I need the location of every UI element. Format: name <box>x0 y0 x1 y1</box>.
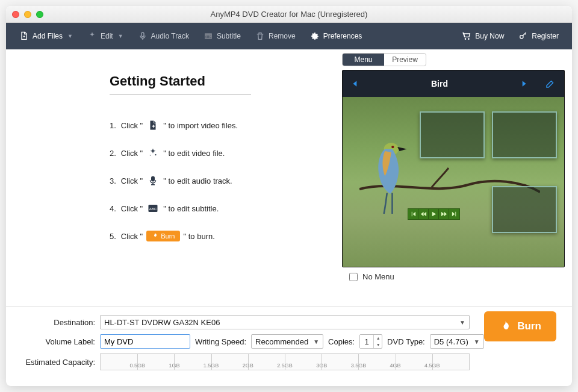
writing-speed-label: Writing Speed: <box>195 337 246 346</box>
audio-track-button[interactable]: Audio Track <box>132 28 195 45</box>
add-files-button[interactable]: Add Files ▼ <box>13 28 79 45</box>
destination-select[interactable]: HL-DT-ST DVDRW GA32N KE06 ▼ <box>100 315 470 329</box>
writing-speed-select[interactable]: Recommended ▼ <box>251 334 323 349</box>
add-files-label: Add Files <box>33 32 63 40</box>
subtitle-label: Subtitle <box>217 32 241 40</box>
buy-now-button[interactable]: Buy Now <box>456 28 510 45</box>
step-4: 4. Click " ABC " to edit subtitle. <box>110 194 335 222</box>
menu-header: Bird <box>343 70 564 97</box>
menu-thumbnail-1[interactable] <box>420 111 485 158</box>
svg-point-4 <box>155 154 157 155</box>
capacity-bar: 0.5GB1GB1.5GB2GB2.5GB3GB3.5GB4GB4.5GB <box>100 353 470 370</box>
subtitle-icon: ABC <box>146 202 160 214</box>
getting-started-title: Getting Started <box>110 73 335 89</box>
capacity-tick-label: 3GB <box>316 362 327 369</box>
titlebar: AnyMP4 DVD Creator for Mac (Unregistered… <box>6 6 572 23</box>
preview-play-controls <box>408 208 460 220</box>
register-button[interactable]: Register <box>512 28 565 45</box>
preferences-button[interactable]: Preferences <box>304 28 368 45</box>
no-menu-checkbox[interactable] <box>349 273 358 281</box>
capacity-tick-label: 3.5GB <box>351 362 367 369</box>
subtitle-button[interactable]: ABC Subtitle <box>197 28 247 45</box>
estimated-capacity-label: Estimated Capacity: <box>18 358 95 367</box>
no-menu-checkbox-row[interactable]: No Menu <box>342 272 565 281</box>
svg-point-9 <box>384 143 399 155</box>
preferences-label: Preferences <box>323 32 362 40</box>
dvd-type-label: DVD Type: <box>387 337 425 346</box>
prev-template-button[interactable] <box>351 79 359 88</box>
volume-label-label: Volume Label: <box>18 337 95 346</box>
burn-button-label: Burn <box>517 320 541 332</box>
edit-label: Edit <box>101 32 113 40</box>
chevron-down-icon: ▼ <box>118 33 123 39</box>
skip-back-button[interactable] <box>408 209 418 219</box>
cart-icon <box>462 31 471 41</box>
fast-forward-button[interactable] <box>439 209 449 219</box>
divider <box>110 94 251 95</box>
step-5: 5. Click " Burn " to burn. <box>110 222 335 250</box>
main-area: Getting Started 1. Click " " to import v… <box>6 49 572 306</box>
destination-label: Destination: <box>18 318 95 327</box>
getting-started-panel: Getting Started 1. Click " " to import v… <box>13 49 335 306</box>
chevron-down-icon: ▼ <box>67 33 73 39</box>
step-1: 1. Click " " to import video files. <box>110 111 335 139</box>
rewind-button[interactable] <box>418 209 429 219</box>
menu-thumbnail-2[interactable] <box>492 111 557 158</box>
add-files-icon <box>19 31 29 41</box>
svg-point-3 <box>520 36 523 39</box>
svg-point-5 <box>150 155 151 156</box>
menu-preview-area: Bird <box>342 70 565 267</box>
template-name: Bird <box>359 79 520 89</box>
capacity-tick-label: 4GB <box>390 362 401 369</box>
menu-preview-canvas[interactable] <box>343 97 564 267</box>
sparkle-icon <box>87 31 97 41</box>
svg-point-10 <box>391 146 394 148</box>
capacity-tick-label: 4.5GB <box>424 362 440 369</box>
burn-button[interactable]: Burn <box>484 311 556 341</box>
copies-stepper[interactable]: ▲ ▼ <box>359 334 382 349</box>
destination-value: HL-DT-ST DVDRW GA32N KE06 <box>104 318 220 327</box>
key-icon <box>518 31 528 41</box>
copies-up[interactable]: ▲ <box>374 335 382 341</box>
tab-menu[interactable]: Menu <box>343 54 384 66</box>
capacity-tick-label: 2GB <box>243 362 253 369</box>
chevron-down-icon: ▼ <box>313 338 319 345</box>
copies-down[interactable]: ▼ <box>374 341 382 348</box>
toolbar: Add Files ▼ Edit ▼ Audio Track ABC Subti… <box>6 23 572 49</box>
chevron-down-icon: ▼ <box>459 319 465 326</box>
capacity-tick-label: 1GB <box>169 362 179 369</box>
app-window: AnyMP4 DVD Creator for Mac (Unregistered… <box>6 6 572 386</box>
next-template-button[interactable] <box>520 79 528 88</box>
microphone-icon <box>138 31 148 41</box>
remove-label: Remove <box>269 32 296 40</box>
capacity-tick-label: 0.5GB <box>129 362 145 369</box>
subtitle-icon: ABC <box>204 31 213 41</box>
copies-input[interactable] <box>360 335 373 348</box>
microphone-icon <box>146 175 160 187</box>
chevron-down-icon: ▼ <box>474 338 480 345</box>
buy-now-label: Buy Now <box>475 32 504 40</box>
dvd-type-select[interactable]: D5 (4.7G) ▼ <box>430 334 484 349</box>
skip-forward-button[interactable] <box>449 209 459 219</box>
edit-button[interactable]: Edit ▼ <box>81 28 129 45</box>
register-label: Register <box>532 32 559 40</box>
svg-text:ABC: ABC <box>149 207 157 211</box>
preview-tabs: Menu Preview <box>342 53 426 66</box>
audio-track-label: Audio Track <box>151 32 189 40</box>
menu-thumbnail-3[interactable] <box>492 186 557 233</box>
step-2: 2. Click " " to edit video file. <box>110 139 335 167</box>
capacity-tick-label: 2.5GB <box>277 362 293 369</box>
play-button[interactable] <box>429 209 439 219</box>
burn-pill: Burn <box>146 231 179 241</box>
preview-panel: Menu Preview Bird <box>342 49 565 306</box>
add-files-icon <box>146 119 160 131</box>
volume-label-input[interactable] <box>100 334 190 349</box>
capacity-tick-label: 1.5GB <box>204 362 219 369</box>
tab-preview[interactable]: Preview <box>384 54 426 66</box>
edit-menu-button[interactable] <box>545 78 556 89</box>
remove-button[interactable]: Remove <box>249 28 302 45</box>
trash-icon <box>255 31 265 41</box>
no-menu-label: No Menu <box>362 272 394 281</box>
svg-rect-0 <box>141 33 144 37</box>
svg-rect-6 <box>152 176 155 181</box>
